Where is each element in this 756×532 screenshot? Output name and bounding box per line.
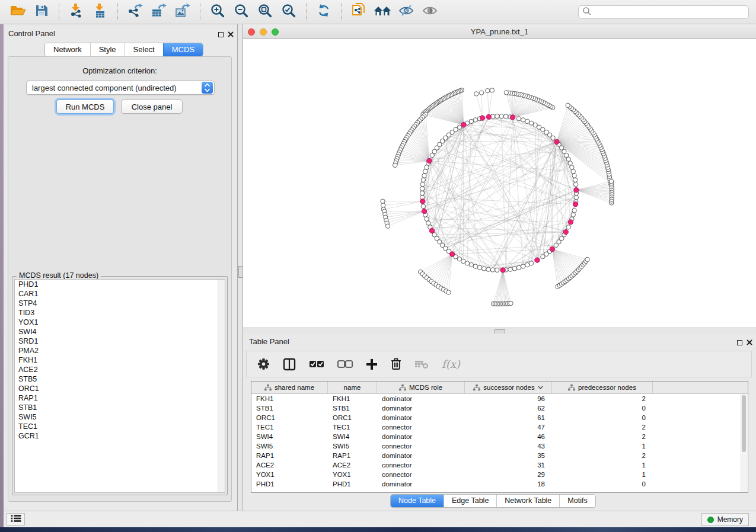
first-neighbors-button[interactable] (371, 2, 394, 22)
mcds-result-item[interactable]: STP4 (15, 299, 225, 308)
column-header[interactable]: predecessor nodes (552, 382, 653, 393)
network-window-titlebar[interactable]: YPA_prune.txt_1 (243, 24, 756, 39)
mcds-result-item[interactable]: RAP1 (15, 393, 225, 403)
clone-network-icon (352, 3, 366, 21)
tab-mcds[interactable]: MCDS (163, 43, 203, 56)
tab-network-table[interactable]: Network Table (496, 495, 559, 507)
show-all-button[interactable] (418, 2, 442, 22)
export-image-button[interactable] (171, 2, 194, 22)
tab-edge-table[interactable]: Edge Table (444, 495, 496, 507)
table-cell: connector (377, 462, 465, 469)
float-panel-icon[interactable] (737, 340, 742, 345)
clone-network-button[interactable] (347, 2, 371, 22)
refresh-button[interactable] (312, 2, 336, 22)
memory-button[interactable]: Memory (701, 513, 749, 526)
tab-select[interactable]: Select (125, 43, 163, 56)
close-panel-icon[interactable] (747, 337, 752, 348)
mcds-result-item[interactable]: SRD1 (15, 336, 225, 346)
table-row[interactable]: FKH1FKH1dominator962 (251, 394, 748, 403)
network-canvas[interactable] (243, 39, 756, 328)
column-header[interactable]: shared name (251, 382, 328, 393)
deselect-all-icon[interactable] (337, 360, 353, 368)
search-input[interactable] (592, 8, 748, 17)
tab-network[interactable]: Network (45, 43, 90, 56)
horizontal-split-divider[interactable] (243, 328, 756, 334)
column-layout-icon[interactable] (283, 358, 296, 371)
mcds-result-item[interactable]: PHD1 (15, 280, 225, 289)
table-row[interactable]: STB1STB1dominator620 (251, 403, 748, 413)
close-panel-icon[interactable] (228, 29, 234, 40)
column-header[interactable]: MCDS role (377, 382, 465, 393)
optimization-criterion-select[interactable]: largest connected component (undirected) (26, 81, 215, 95)
zoom-selected-button[interactable] (277, 2, 301, 22)
column-header[interactable]: successor nodes (465, 382, 552, 393)
settings-icon[interactable] (257, 358, 270, 370)
mcds-result-item[interactable]: YOX1 (15, 318, 225, 327)
export-table-button[interactable] (147, 2, 171, 22)
split-divider-handle[interactable] (238, 266, 243, 278)
add-column-icon[interactable] (366, 358, 378, 370)
table-row[interactable]: SWI4SWI4dominator462 (251, 432, 748, 441)
zoom-selected-icon (282, 4, 296, 20)
mcds-result-item[interactable]: SWI5 (15, 412, 225, 422)
mcds-result-item[interactable]: TID3 (15, 308, 225, 318)
mcds-list-scrollbar[interactable] (218, 280, 225, 492)
float-panel-icon[interactable] (218, 32, 224, 37)
zoom-out-button[interactable] (229, 2, 253, 22)
table-scrollbar[interactable] (741, 394, 747, 492)
table-cell: ACE2 (251, 462, 328, 469)
open-session-button[interactable] (6, 2, 30, 22)
network-graph[interactable] (243, 39, 756, 328)
task-history-button[interactable] (7, 513, 25, 525)
table-row[interactable]: TEC1TEC1connector472 (251, 422, 748, 432)
zoom-fit-button[interactable] (253, 2, 277, 22)
table-cell: 43 (465, 443, 552, 450)
zoom-in-button[interactable] (206, 2, 229, 22)
network-window-title: YPA_prune.txt_1 (243, 27, 756, 36)
toolbar-separator (59, 4, 59, 20)
table-cell: connector (377, 471, 465, 478)
mcds-result-item[interactable]: CAR1 (15, 289, 225, 299)
mcds-result-item[interactable]: GCR1 (15, 431, 225, 441)
vertical-split-divider[interactable] (237, 24, 243, 511)
close-panel-button[interactable]: Close panel (121, 100, 183, 114)
mcds-result-item[interactable]: ORC1 (15, 384, 225, 393)
tab-style[interactable]: Style (90, 43, 125, 56)
table-row[interactable]: RAP1RAP1dominator352 (251, 451, 748, 460)
table-header-row: shared namenameMCDS rolesuccessor nodesp… (251, 382, 748, 394)
mcds-result-item[interactable]: ACE2 (15, 365, 225, 374)
import-table-button[interactable] (88, 2, 112, 22)
mcds-result-item[interactable]: PMA2 (15, 346, 225, 355)
table-row[interactable]: SWI5SWI5connector431 (251, 441, 748, 451)
node-table[interactable]: shared namenameMCDS rolesuccessor nodesp… (251, 381, 748, 493)
mcds-result-item[interactable]: TEC1 (15, 422, 225, 431)
table-row[interactable]: YOX1YOX1connector291 (251, 470, 748, 479)
mcds-result-title: MCDS result (17 nodes) (17, 271, 101, 280)
import-network-button[interactable] (65, 2, 88, 22)
table-scrollbar-thumb[interactable] (742, 395, 746, 452)
table-row[interactable]: ORC1ORC1dominator610 (251, 413, 748, 422)
table-cell: SWI4 (251, 433, 328, 440)
mcds-result-list[interactable]: PHD1CAR1STP4TID3YOX1SWI4SRD1PMA2FKH1ACE2… (14, 279, 225, 493)
run-mcds-button[interactable]: Run MCDS (56, 100, 114, 114)
hide-selected-button[interactable] (394, 2, 418, 22)
tab-motifs[interactable]: Motifs (559, 495, 595, 507)
network-search-box[interactable] (578, 5, 749, 19)
mcds-result-item[interactable]: STB5 (15, 374, 225, 384)
optimization-criterion-label: Optimization criterion: (8, 66, 231, 75)
save-session-button[interactable] (30, 2, 53, 22)
export-network-button[interactable] (123, 2, 147, 22)
mcds-result-item[interactable]: STB1 (15, 403, 225, 412)
table-cell: dominator (377, 395, 465, 402)
zoom-in-icon (210, 4, 225, 20)
select-all-icon[interactable] (309, 360, 324, 368)
delete-column-icon[interactable] (391, 358, 401, 370)
mcds-result-item[interactable]: FKH1 (15, 355, 225, 365)
column-header[interactable]: name (328, 382, 377, 393)
mcds-result-item[interactable]: SWI4 (15, 327, 225, 336)
tab-node-table[interactable]: Node Table (391, 495, 444, 507)
table-row[interactable]: ACE2ACE2connector311 (251, 460, 748, 470)
table-row[interactable]: PHD1PHD1dominator180 (251, 479, 748, 489)
table-cell: RAP1 (251, 452, 328, 459)
table-cell: SWI4 (328, 433, 377, 440)
